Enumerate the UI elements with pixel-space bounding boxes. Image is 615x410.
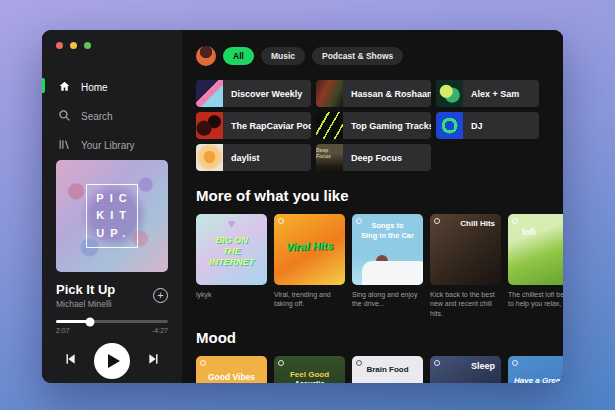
playlist-cover: ♥ BIG ON THE INTERNET (196, 214, 267, 285)
quick-tile-discover-weekly[interactable]: Discover Weekly (196, 80, 311, 107)
seek-bar[interactable] (56, 320, 168, 323)
playlist-cover: Brain Food (352, 356, 423, 383)
sidebar-item-label: Search (81, 111, 113, 122)
playlist-cover: Songs to Sing in the Car (352, 214, 423, 285)
playlist-description: The chillest lofi beats to help you rela… (508, 290, 563, 309)
playlist-cover: Chill Hits (430, 214, 501, 285)
heart-icon: ♥ (228, 216, 236, 231)
album-art-title-box: PIC KIT UP. (86, 184, 137, 249)
close-window-button[interactable] (56, 42, 63, 49)
header: All Music Podcast & Shows (196, 46, 563, 66)
album-art-line: PIC (96, 190, 132, 208)
sidebar-item-search[interactable]: Search (42, 102, 182, 131)
album-art-line: UP. (96, 225, 132, 243)
track-artist: Michael Minelli (56, 299, 115, 309)
tile-art (436, 112, 463, 139)
sidebar-item-home[interactable]: Home (42, 73, 182, 102)
sidebar-item-your-library[interactable]: Your Library (42, 131, 182, 160)
playlist-card-songs-to-sing-in-the-car[interactable]: Songs to Sing in the Car Sing along and … (352, 214, 423, 318)
playlist-card-lofi[interactable]: lofi The chillest lofi beats to help you… (508, 214, 563, 318)
quick-tile-daylist[interactable]: daylist (196, 144, 311, 171)
filter-chip-podcast-shows[interactable]: Podcast & Shows (312, 47, 403, 65)
sidebar-nav: Home Search Your Library (42, 73, 182, 160)
seek-thumb[interactable] (85, 317, 94, 326)
tile-art (316, 80, 343, 107)
main-content: All Music Podcast & Shows Discover Weekl… (182, 30, 563, 383)
playlist-cover: Good Vibes (196, 356, 267, 383)
play-button[interactable] (94, 343, 130, 379)
remaining-time: -4:27 (152, 327, 168, 334)
playlist-card-feel-good-acoustic[interactable]: Feel Good Acoustic (274, 356, 345, 383)
spotify-logo-icon (512, 218, 518, 224)
filter-chip-music[interactable]: Music (261, 47, 305, 65)
spotify-logo-icon (434, 360, 440, 366)
spotify-logo-icon (512, 360, 518, 366)
next-track-icon[interactable] (147, 352, 161, 370)
play-icon (108, 354, 120, 368)
playlist-cover: Viral Hits (274, 214, 345, 285)
home-icon (58, 80, 71, 95)
playlist-cover: Feel Good Acoustic (274, 356, 345, 383)
tile-art: Deep Focus (316, 144, 343, 171)
filter-chip-all[interactable]: All (223, 47, 254, 65)
zoom-window-button[interactable] (84, 42, 91, 49)
spotify-logo-icon (278, 360, 284, 366)
user-avatar[interactable] (196, 46, 216, 66)
section-title-more-of-what-you-like: More of what you like (196, 187, 563, 204)
tile-art (196, 144, 223, 171)
spotify-logo-icon (278, 218, 284, 224)
playlist-card-sleep[interactable]: Sleep (430, 356, 501, 383)
search-icon (58, 109, 71, 124)
tile-art (316, 112, 343, 139)
elapsed-time: 2:07 (56, 327, 70, 334)
mood-row: Good Vibes Feel Good Acoustic Brain Food (196, 356, 563, 383)
quick-tile-dj[interactable]: DJ (436, 112, 539, 139)
sidebar-item-label: Your Library (81, 140, 135, 151)
album-art-line: KIT (96, 207, 132, 225)
playlist-description: Kick back to the best new and recent chi… (430, 290, 501, 318)
track-title: Pick It Up (56, 282, 115, 297)
quick-access-grid: Discover Weekly Hassan & Roshaan Alex + … (196, 80, 563, 171)
playlist-card-brain-food[interactable]: Brain Food (352, 356, 423, 383)
recommendations-row: ♥ BIG ON THE INTERNET iykyk Viral Hits (196, 214, 563, 318)
playlist-cover: Sleep (430, 356, 501, 383)
playlist-description: iykyk (196, 290, 267, 299)
tile-art (196, 112, 223, 139)
playlist-description: Sing along and enjoy the drive... (352, 290, 423, 309)
playlist-card-big-on-the-internet[interactable]: ♥ BIG ON THE INTERNET iykyk (196, 214, 267, 318)
app-window: Home Search Your Library (42, 30, 563, 383)
sidebar: Home Search Your Library (42, 30, 182, 383)
window-controls (42, 30, 182, 49)
playlist-card-good-vibes[interactable]: Good Vibes (196, 356, 267, 383)
playback-controls (56, 343, 168, 379)
playlist-cover: Have a Great Day! (508, 356, 563, 383)
tile-art (196, 80, 223, 107)
tile-art (436, 80, 463, 107)
playlist-cover: lofi (508, 214, 563, 285)
spotify-logo-icon (434, 218, 440, 224)
minimize-window-button[interactable] (70, 42, 77, 49)
playlist-card-chill-hits[interactable]: Chill Hits Kick back to the best new and… (430, 214, 501, 318)
playlist-card-viral-hits[interactable]: Viral Hits Viral, trending and taking of… (274, 214, 345, 318)
cover-car-shape (362, 261, 423, 285)
album-art: PIC KIT UP. (56, 160, 168, 272)
playlist-card-have-a-great-day[interactable]: Have a Great Day! (508, 356, 563, 383)
section-title-mood: Mood (196, 329, 563, 346)
desktop-background: Home Search Your Library (0, 0, 615, 410)
quick-tile-deep-focus[interactable]: Deep Focus Deep Focus (316, 144, 431, 171)
active-indicator (42, 78, 45, 93)
sidebar-item-label: Home (81, 82, 108, 93)
now-playing-panel: PIC KIT UP. Pick It Up Michael Minelli + (42, 160, 182, 383)
quick-tile-hassan-roshaan[interactable]: Hassan & Roshaan (316, 80, 431, 107)
spotify-logo-icon (200, 360, 206, 366)
quick-tile-rapcaviar-podcast[interactable]: The RapCaviar Podcast (196, 112, 311, 139)
add-circle-icon[interactable]: + (153, 288, 168, 303)
playlist-description: Viral, trending and taking off. (274, 290, 345, 309)
previous-track-icon[interactable] (63, 352, 77, 370)
quick-tile-alex-sam[interactable]: Alex + Sam (436, 80, 539, 107)
quick-tile-top-gaming-tracks[interactable]: Top Gaming Tracks (316, 112, 431, 139)
library-icon (58, 138, 71, 153)
